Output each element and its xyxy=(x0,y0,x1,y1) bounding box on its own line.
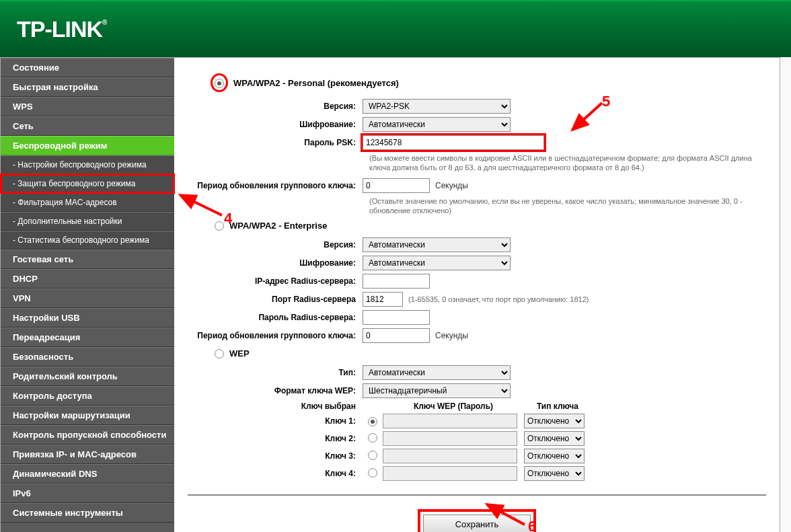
wep-col-type: Тип ключа xyxy=(524,402,591,411)
sidebar-item[interactable]: Гостевая сеть xyxy=(1,250,174,269)
ent-group-unit: Секунды xyxy=(435,331,468,340)
ent-ip-label: IP-адрес Radius-сервера: xyxy=(188,276,363,286)
ent-pass-input[interactable] xyxy=(363,310,430,325)
wep-type-select[interactable]: Автоматически xyxy=(363,365,511,380)
sidebar-item[interactable]: Родительский контроль xyxy=(1,367,174,386)
sidebar-item[interactable]: Настройки USB xyxy=(1,308,174,328)
sidebar-item[interactable]: Настройки маршрутизации xyxy=(1,406,174,425)
wep-type-label: Тип: xyxy=(188,368,363,377)
wep-key-input[interactable] xyxy=(383,466,517,481)
section-enterprise-title: WPA/WPA2 - Enterprise xyxy=(229,221,327,231)
wep-col-key: Ключ WEP (Пароль) xyxy=(383,402,524,411)
sidebar-item[interactable]: Переадресация xyxy=(1,328,174,347)
save-button[interactable]: Сохранить xyxy=(423,515,531,532)
section-personal-header: WPA/WPA2 - Personal (рекомендуется) xyxy=(215,73,766,92)
radio-wpa-enterprise[interactable] xyxy=(215,221,224,231)
wep-key-type-select[interactable]: Отключено xyxy=(524,449,585,463)
wep-key-input[interactable] xyxy=(383,414,517,428)
sidebar-subitem[interactable]: - Настройки беспроводного режима xyxy=(1,155,174,174)
ent-group-label: Период обновления группового ключа: xyxy=(188,331,363,340)
sidebar-item[interactable]: Состояние xyxy=(1,58,174,77)
sidebar-subitem[interactable]: - Статистика беспроводного режима xyxy=(1,231,174,250)
wep-key-radio[interactable] xyxy=(368,417,377,426)
wep-key-radio[interactable] xyxy=(368,468,377,478)
sidebar-item[interactable]: Сеть xyxy=(1,116,174,136)
sidebar-item[interactable]: Динамический DNS xyxy=(1,464,174,484)
wep-key-label: Ключ 1: xyxy=(188,416,363,426)
ent-port-input[interactable] xyxy=(363,292,403,307)
wep-selected-label: Ключ выбран xyxy=(188,402,363,411)
wep-key-row: Ключ 1:Отключено xyxy=(188,414,766,428)
sidebar-item[interactable]: WPS xyxy=(1,97,174,116)
wep-format-select[interactable]: Шестнадцатеричный xyxy=(363,383,511,398)
radio-wpa-personal[interactable] xyxy=(215,79,224,88)
personal-group-hint: (Оставьте значение по умолчанию, если вы… xyxy=(188,196,766,216)
ent-ip-input[interactable] xyxy=(363,274,430,289)
ent-version-select[interactable]: Автоматически xyxy=(363,237,511,252)
ent-port-hint: (1-65535, 0 означает, что порт про умолч… xyxy=(408,295,589,303)
sidebar-item[interactable]: VPN xyxy=(1,289,174,308)
wep-key-input[interactable] xyxy=(383,431,517,446)
wep-key-radio[interactable] xyxy=(368,451,377,460)
sidebar-item[interactable]: DHCP xyxy=(1,269,174,289)
main-panel: WPA/WPA2 - Personal (рекомендуется) Верс… xyxy=(174,58,780,532)
personal-psk-hint: (Вы можете ввести символы в кодировке AS… xyxy=(188,153,766,173)
wep-key-row: Ключ 2:Отключено xyxy=(188,431,766,446)
sidebar-subitem[interactable]: - Дополнительные настройки xyxy=(1,212,174,231)
personal-version-select[interactable]: WPA2-PSK xyxy=(363,99,511,114)
radio-wep[interactable] xyxy=(215,349,224,358)
section-enterprise-header: WPA/WPA2 - Enterprise xyxy=(215,221,766,231)
sidebar-item[interactable]: Беспроводной режим xyxy=(1,136,174,155)
section-personal-title: WPA/WPA2 - Personal (рекомендуется) xyxy=(233,78,399,88)
sidebar: СостояниеБыстрая настройкаWPSСетьБеспров… xyxy=(1,58,174,532)
wep-format-label: Формат ключа WEP: xyxy=(188,386,363,395)
brand-logo: TP-LINK® xyxy=(17,16,106,42)
ent-version-label: Версия: xyxy=(188,240,363,250)
wep-key-type-select[interactable]: Отключено xyxy=(524,466,585,481)
sidebar-item[interactable]: Привязка IP- и MAC-адресов xyxy=(1,445,174,464)
sidebar-subitem[interactable]: - Защита беспроводного режима xyxy=(1,174,174,193)
ent-enc-label: Шифрование: xyxy=(188,258,363,268)
ent-pass-label: Пароль Radius-сервера: xyxy=(188,313,363,322)
sidebar-item[interactable]: Системные инструменты xyxy=(1,503,174,523)
sidebar-item[interactable]: Быстрая настройка xyxy=(1,77,174,97)
personal-psk-input[interactable] xyxy=(363,135,544,150)
personal-psk-label: Пароль PSK: xyxy=(188,138,363,147)
wep-key-radio[interactable] xyxy=(368,433,377,443)
personal-enc-label: Шифрование: xyxy=(188,120,363,129)
radio-highlight xyxy=(211,73,228,92)
personal-enc-select[interactable]: Автоматически xyxy=(363,117,511,132)
wep-key-type-select[interactable]: Отключено xyxy=(524,431,585,446)
personal-group-unit: Секунды xyxy=(435,181,468,190)
ent-enc-select[interactable]: Автоматически xyxy=(363,256,511,270)
wep-key-row: Ключ 3:Отключено xyxy=(188,449,766,463)
wep-key-label: Ключ 2: xyxy=(188,434,363,443)
sidebar-subitem[interactable]: - Фильтрация MAC-адресов xyxy=(1,193,174,212)
wep-key-label: Ключ 4: xyxy=(188,469,363,478)
personal-version-label: Версия: xyxy=(188,102,363,111)
ent-group-input[interactable] xyxy=(363,328,430,343)
personal-group-label: Период обновления группового ключа: xyxy=(188,181,363,190)
wep-key-row: Ключ 4:Отключено xyxy=(188,466,766,481)
save-highlight: Сохранить xyxy=(418,509,536,532)
sidebar-item[interactable]: Контроль пропускной способности xyxy=(1,425,174,445)
section-wep-title: WEP xyxy=(229,348,250,358)
personal-group-input[interactable] xyxy=(363,178,430,193)
sidebar-item[interactable]: IPv6 xyxy=(1,484,174,503)
sidebar-item[interactable]: Контроль доступа xyxy=(1,386,174,406)
divider xyxy=(188,494,766,496)
wep-key-label: Ключ 3: xyxy=(188,451,363,461)
wep-key-type-select[interactable]: Отключено xyxy=(524,414,585,428)
section-wep-header: WEP xyxy=(215,348,766,358)
wep-key-input[interactable] xyxy=(383,449,517,463)
header: TP-LINK® xyxy=(0,0,791,57)
ent-port-label: Порт Radius-сервера xyxy=(188,295,363,304)
sidebar-item[interactable]: Безопасность xyxy=(1,347,174,367)
